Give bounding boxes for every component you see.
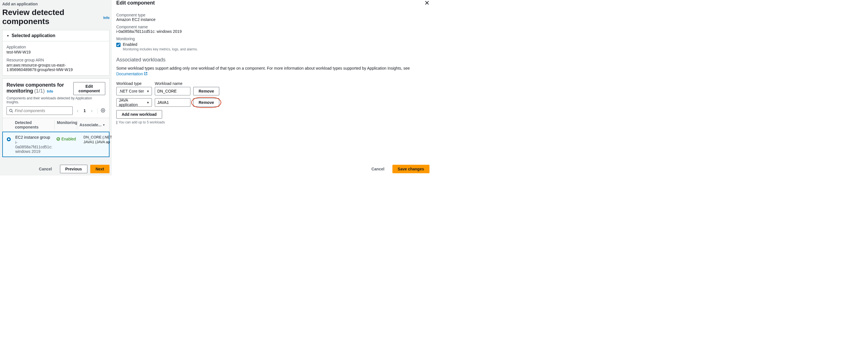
- enabled-label: Enabled: [123, 42, 137, 47]
- next-button[interactable]: Next: [90, 165, 110, 173]
- pager-next-icon: ›: [89, 108, 94, 114]
- pager-page-number: 1: [82, 109, 87, 113]
- workload-type-header: Workload type: [116, 81, 152, 86]
- review-count: (1/1): [34, 88, 45, 94]
- monitoring-enabled-checkbox[interactable]: [116, 43, 121, 47]
- pager-prev-icon: ‹: [75, 108, 80, 114]
- gear-icon: [101, 108, 105, 113]
- chevron-down-icon: ▼: [147, 90, 149, 93]
- review-components-panel: Review components for monitoring (1/1) I…: [2, 79, 110, 157]
- close-icon[interactable]: ✕: [424, 0, 430, 6]
- associated-workloads-desc: Some workload types support adding only …: [116, 66, 430, 77]
- svg-line-1: [12, 112, 13, 113]
- svg-point-2: [102, 110, 103, 111]
- remove-workload-button[interactable]: Remove: [193, 98, 219, 107]
- chevron-down-icon: ▼: [147, 101, 149, 104]
- search-input-wrapper[interactable]: [6, 107, 73, 115]
- panel-header-selected-app[interactable]: ▼ Selected application: [3, 30, 109, 41]
- row-monitoring-status: Enabled: [56, 137, 77, 141]
- col-associated[interactable]: Associate... ▼: [77, 120, 105, 129]
- edit-component-button[interactable]: Edit component: [73, 82, 105, 95]
- selected-app-title: Selected application: [11, 33, 56, 38]
- list-item: JAVA1 (JAVA ap: [84, 140, 112, 144]
- col-detected-components[interactable]: Detected components: [13, 120, 54, 129]
- edit-cancel-button[interactable]: Cancel: [366, 165, 390, 173]
- triangle-down-icon: ▼: [102, 123, 105, 126]
- breadcrumb: Add an application: [2, 1, 110, 8]
- documentation-link[interactable]: Documentation: [116, 71, 143, 76]
- settings-button[interactable]: [98, 108, 105, 114]
- component-name-label: Component name: [116, 25, 430, 29]
- col-monitoring[interactable]: Monitoring: [54, 120, 77, 129]
- workload-row: .NET Core tier ▼ Remove: [116, 87, 430, 95]
- workload-type-select[interactable]: .NET Core tier ▼: [116, 87, 152, 95]
- application-label: Application: [6, 45, 105, 49]
- remove-workload-button[interactable]: Remove: [193, 87, 219, 95]
- enabled-hint: Monitoring includes key metrics, logs, a…: [123, 47, 198, 51]
- workload-name-input[interactable]: [155, 87, 190, 95]
- review-info-link[interactable]: Info: [47, 89, 53, 93]
- save-changes-button[interactable]: Save changes: [393, 165, 430, 173]
- check-circle-icon: [56, 137, 60, 141]
- associated-workloads-title: Associated workloads: [116, 57, 430, 63]
- table-header: Detected components Monitoring Associate…: [3, 118, 109, 132]
- svg-point-0: [10, 109, 12, 112]
- previous-button[interactable]: Previous: [60, 165, 87, 173]
- info-link[interactable]: Info: [103, 16, 110, 20]
- cancel-button[interactable]: Cancel: [34, 165, 57, 173]
- search-icon: [9, 109, 13, 113]
- workload-name-header: Workload name: [155, 81, 190, 86]
- table-row[interactable]: EC2 instance group i-0a0858a7fd11cd51c: …: [2, 131, 110, 157]
- workload-name-input[interactable]: [155, 98, 190, 107]
- search-input[interactable]: [15, 109, 70, 113]
- workload-type-select[interactable]: JAVA application ▼: [116, 98, 152, 107]
- row-name: EC2 instance group: [15, 135, 54, 140]
- list-item: DN_CORE (.NET: [84, 135, 112, 139]
- drag-handle-icon[interactable]: ||: [116, 120, 117, 124]
- radio-selected-icon[interactable]: [7, 137, 11, 141]
- component-name-value: i-0a0858a7fd11cd51c: windows 2019: [116, 29, 430, 34]
- component-type-label: Component type: [116, 13, 430, 17]
- monitoring-label: Monitoring: [116, 36, 430, 41]
- component-type-value: Amazon EC2 instance: [116, 17, 430, 22]
- selected-application-panel: ▼ Selected application Application test-…: [2, 30, 110, 76]
- workload-row: JAVA application ▼ Remove: [116, 98, 430, 107]
- triangle-down-icon: ▼: [6, 34, 9, 37]
- review-subtitle: Components and their workloads detected …: [3, 96, 109, 107]
- page-title: Review detected components: [2, 8, 101, 26]
- add-new-workload-button[interactable]: Add new workload: [116, 110, 162, 119]
- row-associated-list: DN_CORE (.NET JAVA1 (JAVA ap: [79, 135, 112, 145]
- application-value: test-MW-W19: [6, 50, 105, 54]
- workload-limit-hint: You can add up to 5 workloads: [119, 120, 165, 124]
- row-sub: i-0a0858a7fd11cd51c: windows 2019: [15, 140, 54, 154]
- arn-label: Resource group ARN: [6, 58, 105, 62]
- edit-component-title: Edit component: [116, 0, 155, 6]
- external-link-icon: [144, 71, 147, 76]
- arn-value: arn:aws:resource-groups:us-east-1:856960…: [6, 63, 105, 72]
